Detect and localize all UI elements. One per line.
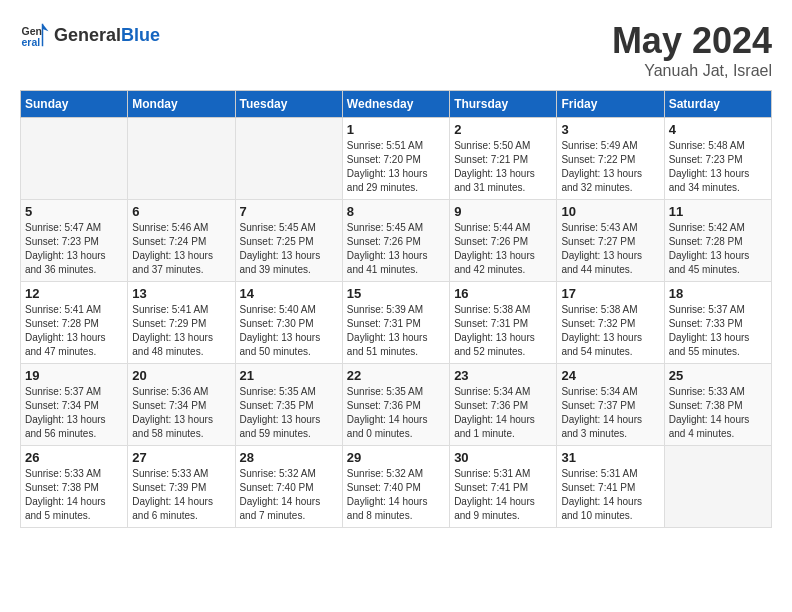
- calendar-cell: [664, 446, 771, 528]
- day-info: Sunrise: 5:41 AM Sunset: 7:29 PM Dayligh…: [132, 303, 230, 359]
- calendar-cell: 14Sunrise: 5:40 AM Sunset: 7:30 PM Dayli…: [235, 282, 342, 364]
- day-info: Sunrise: 5:40 AM Sunset: 7:30 PM Dayligh…: [240, 303, 338, 359]
- day-number: 31: [561, 450, 659, 465]
- calendar-cell: 8Sunrise: 5:45 AM Sunset: 7:26 PM Daylig…: [342, 200, 449, 282]
- calendar-cell: 18Sunrise: 5:37 AM Sunset: 7:33 PM Dayli…: [664, 282, 771, 364]
- calendar-cell: 20Sunrise: 5:36 AM Sunset: 7:34 PM Dayli…: [128, 364, 235, 446]
- day-info: Sunrise: 5:34 AM Sunset: 7:36 PM Dayligh…: [454, 385, 552, 441]
- day-number: 2: [454, 122, 552, 137]
- calendar-cell: [21, 118, 128, 200]
- day-number: 10: [561, 204, 659, 219]
- day-number: 20: [132, 368, 230, 383]
- calendar-cell: 13Sunrise: 5:41 AM Sunset: 7:29 PM Dayli…: [128, 282, 235, 364]
- calendar-cell: 2Sunrise: 5:50 AM Sunset: 7:21 PM Daylig…: [450, 118, 557, 200]
- day-info: Sunrise: 5:49 AM Sunset: 7:22 PM Dayligh…: [561, 139, 659, 195]
- calendar-cell: [235, 118, 342, 200]
- day-info: Sunrise: 5:46 AM Sunset: 7:24 PM Dayligh…: [132, 221, 230, 277]
- day-info: Sunrise: 5:31 AM Sunset: 7:41 PM Dayligh…: [454, 467, 552, 523]
- calendar-cell: 29Sunrise: 5:32 AM Sunset: 7:40 PM Dayli…: [342, 446, 449, 528]
- logo: Gen eral GeneralBlue: [20, 20, 160, 50]
- day-info: Sunrise: 5:42 AM Sunset: 7:28 PM Dayligh…: [669, 221, 767, 277]
- calendar-cell: [128, 118, 235, 200]
- day-number: 18: [669, 286, 767, 301]
- calendar-week-row: 19Sunrise: 5:37 AM Sunset: 7:34 PM Dayli…: [21, 364, 772, 446]
- day-number: 29: [347, 450, 445, 465]
- day-number: 8: [347, 204, 445, 219]
- day-info: Sunrise: 5:36 AM Sunset: 7:34 PM Dayligh…: [132, 385, 230, 441]
- calendar-cell: 5Sunrise: 5:47 AM Sunset: 7:23 PM Daylig…: [21, 200, 128, 282]
- day-number: 3: [561, 122, 659, 137]
- calendar-table: SundayMondayTuesdayWednesdayThursdayFrid…: [20, 90, 772, 528]
- day-number: 30: [454, 450, 552, 465]
- day-info: Sunrise: 5:41 AM Sunset: 7:28 PM Dayligh…: [25, 303, 123, 359]
- day-number: 27: [132, 450, 230, 465]
- calendar-cell: 6Sunrise: 5:46 AM Sunset: 7:24 PM Daylig…: [128, 200, 235, 282]
- header: Gen eral GeneralBlue May 2024 Yanuah Jat…: [20, 20, 772, 80]
- day-number: 4: [669, 122, 767, 137]
- day-number: 26: [25, 450, 123, 465]
- calendar-cell: 21Sunrise: 5:35 AM Sunset: 7:35 PM Dayli…: [235, 364, 342, 446]
- calendar-cell: 19Sunrise: 5:37 AM Sunset: 7:34 PM Dayli…: [21, 364, 128, 446]
- day-info: Sunrise: 5:37 AM Sunset: 7:34 PM Dayligh…: [25, 385, 123, 441]
- day-info: Sunrise: 5:35 AM Sunset: 7:35 PM Dayligh…: [240, 385, 338, 441]
- day-number: 15: [347, 286, 445, 301]
- day-number: 25: [669, 368, 767, 383]
- location-title: Yanuah Jat, Israel: [612, 62, 772, 80]
- day-number: 19: [25, 368, 123, 383]
- logo-text-general: General: [54, 25, 121, 45]
- day-number: 16: [454, 286, 552, 301]
- day-info: Sunrise: 5:35 AM Sunset: 7:36 PM Dayligh…: [347, 385, 445, 441]
- day-of-week-header: Sunday: [21, 91, 128, 118]
- day-number: 24: [561, 368, 659, 383]
- calendar-cell: 24Sunrise: 5:34 AM Sunset: 7:37 PM Dayli…: [557, 364, 664, 446]
- day-number: 12: [25, 286, 123, 301]
- day-number: 7: [240, 204, 338, 219]
- day-number: 23: [454, 368, 552, 383]
- calendar-cell: 1Sunrise: 5:51 AM Sunset: 7:20 PM Daylig…: [342, 118, 449, 200]
- title-area: May 2024 Yanuah Jat, Israel: [612, 20, 772, 80]
- day-info: Sunrise: 5:45 AM Sunset: 7:25 PM Dayligh…: [240, 221, 338, 277]
- calendar-cell: 25Sunrise: 5:33 AM Sunset: 7:38 PM Dayli…: [664, 364, 771, 446]
- calendar-cell: 16Sunrise: 5:38 AM Sunset: 7:31 PM Dayli…: [450, 282, 557, 364]
- day-number: 11: [669, 204, 767, 219]
- calendar-cell: 4Sunrise: 5:48 AM Sunset: 7:23 PM Daylig…: [664, 118, 771, 200]
- logo-icon: Gen eral: [20, 20, 50, 50]
- calendar-cell: 23Sunrise: 5:34 AM Sunset: 7:36 PM Dayli…: [450, 364, 557, 446]
- day-info: Sunrise: 5:31 AM Sunset: 7:41 PM Dayligh…: [561, 467, 659, 523]
- calendar-cell: 10Sunrise: 5:43 AM Sunset: 7:27 PM Dayli…: [557, 200, 664, 282]
- day-number: 6: [132, 204, 230, 219]
- day-number: 1: [347, 122, 445, 137]
- calendar-week-row: 26Sunrise: 5:33 AM Sunset: 7:38 PM Dayli…: [21, 446, 772, 528]
- day-number: 21: [240, 368, 338, 383]
- calendar-header-row: SundayMondayTuesdayWednesdayThursdayFrid…: [21, 91, 772, 118]
- day-info: Sunrise: 5:32 AM Sunset: 7:40 PM Dayligh…: [347, 467, 445, 523]
- day-of-week-header: Thursday: [450, 91, 557, 118]
- day-info: Sunrise: 5:33 AM Sunset: 7:38 PM Dayligh…: [25, 467, 123, 523]
- svg-text:eral: eral: [22, 36, 41, 48]
- day-info: Sunrise: 5:39 AM Sunset: 7:31 PM Dayligh…: [347, 303, 445, 359]
- calendar-cell: 28Sunrise: 5:32 AM Sunset: 7:40 PM Dayli…: [235, 446, 342, 528]
- calendar-cell: 26Sunrise: 5:33 AM Sunset: 7:38 PM Dayli…: [21, 446, 128, 528]
- day-info: Sunrise: 5:51 AM Sunset: 7:20 PM Dayligh…: [347, 139, 445, 195]
- calendar-cell: 3Sunrise: 5:49 AM Sunset: 7:22 PM Daylig…: [557, 118, 664, 200]
- day-info: Sunrise: 5:33 AM Sunset: 7:38 PM Dayligh…: [669, 385, 767, 441]
- day-info: Sunrise: 5:48 AM Sunset: 7:23 PM Dayligh…: [669, 139, 767, 195]
- day-info: Sunrise: 5:33 AM Sunset: 7:39 PM Dayligh…: [132, 467, 230, 523]
- day-info: Sunrise: 5:47 AM Sunset: 7:23 PM Dayligh…: [25, 221, 123, 277]
- calendar-cell: 31Sunrise: 5:31 AM Sunset: 7:41 PM Dayli…: [557, 446, 664, 528]
- day-number: 13: [132, 286, 230, 301]
- day-info: Sunrise: 5:32 AM Sunset: 7:40 PM Dayligh…: [240, 467, 338, 523]
- calendar-body: 1Sunrise: 5:51 AM Sunset: 7:20 PM Daylig…: [21, 118, 772, 528]
- day-of-week-header: Monday: [128, 91, 235, 118]
- calendar-cell: 17Sunrise: 5:38 AM Sunset: 7:32 PM Dayli…: [557, 282, 664, 364]
- day-number: 22: [347, 368, 445, 383]
- day-number: 9: [454, 204, 552, 219]
- calendar-cell: 30Sunrise: 5:31 AM Sunset: 7:41 PM Dayli…: [450, 446, 557, 528]
- day-info: Sunrise: 5:45 AM Sunset: 7:26 PM Dayligh…: [347, 221, 445, 277]
- calendar-cell: 15Sunrise: 5:39 AM Sunset: 7:31 PM Dayli…: [342, 282, 449, 364]
- day-of-week-header: Wednesday: [342, 91, 449, 118]
- calendar-cell: 11Sunrise: 5:42 AM Sunset: 7:28 PM Dayli…: [664, 200, 771, 282]
- day-info: Sunrise: 5:44 AM Sunset: 7:26 PM Dayligh…: [454, 221, 552, 277]
- day-number: 17: [561, 286, 659, 301]
- day-number: 14: [240, 286, 338, 301]
